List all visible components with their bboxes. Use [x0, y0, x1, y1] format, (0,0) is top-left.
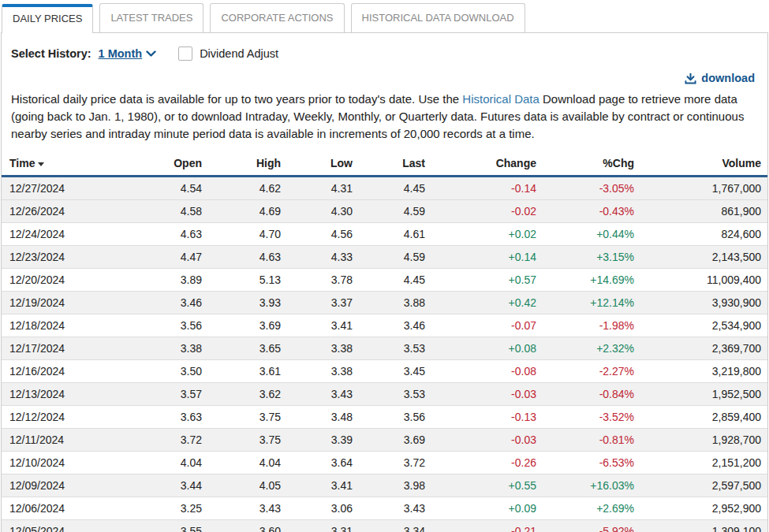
cell-pct-chg: +3.15% [543, 246, 640, 269]
cell-time: 12/23/2024 [2, 246, 136, 269]
column-header-last[interactable]: Last [359, 152, 431, 177]
cell-open: 3.89 [136, 269, 208, 292]
cell-last: 3.72 [359, 452, 431, 474]
cell-volume: 3,219,800 [640, 360, 767, 383]
column-header-chg[interactable]: %Chg [543, 152, 640, 177]
cell-time: 12/16/2024 [2, 360, 136, 383]
cell-pct-chg: -2.27% [543, 360, 640, 383]
cell-pct-chg: -0.84% [543, 383, 640, 406]
column-header-volume[interactable]: Volume [640, 152, 767, 177]
dividend-adjust-checkbox[interactable] [178, 47, 192, 61]
column-header-low[interactable]: Low [287, 152, 359, 177]
table-row: 12/18/20243.563.693.413.46-0.07-1.98%2,5… [2, 314, 767, 337]
tab-latest-trades[interactable]: LATEST TRADES [99, 3, 203, 32]
download-row: download [2, 61, 767, 84]
cell-last: 4.61 [359, 223, 431, 246]
cell-time: 12/19/2024 [2, 292, 136, 314]
table-row: 12/20/20243.895.133.784.45+0.57+14.69%11… [2, 269, 767, 292]
cell-change: -0.03 [431, 383, 543, 406]
tab-bar: DAILY PRICESLATEST TRADESCORPORATE ACTIO… [0, 0, 769, 32]
history-period-value: 1 Month [99, 47, 143, 60]
cell-change: -0.14 [431, 177, 543, 200]
history-period-dropdown[interactable]: 1 Month [99, 47, 157, 60]
cell-open: 3.56 [136, 314, 208, 337]
cell-change: -0.13 [431, 406, 543, 429]
cell-high: 3.61 [208, 360, 287, 383]
cell-high: 3.75 [208, 406, 287, 429]
cell-last: 3.53 [359, 337, 431, 360]
cell-volume: 1,952,500 [640, 383, 767, 406]
cell-open: 3.50 [136, 360, 208, 383]
column-header-high[interactable]: High [208, 152, 287, 177]
cell-change: +0.55 [431, 474, 543, 497]
cell-open: 4.54 [136, 177, 208, 200]
cell-open: 4.04 [136, 452, 208, 474]
cell-last: 3.88 [359, 292, 431, 314]
cell-change: -0.07 [431, 314, 543, 337]
cell-last: 4.59 [359, 200, 431, 223]
historical-data-link[interactable]: Historical Data [462, 92, 539, 106]
select-history-label: Select History: [11, 47, 91, 60]
cell-pct-chg: +12.14% [543, 292, 640, 314]
cell-open: 3.46 [136, 292, 208, 314]
sort-desc-icon [38, 162, 44, 166]
cell-pct-chg: +0.44% [543, 223, 640, 246]
table-header-row: TimeOpenHighLowLastChange%ChgVolume [2, 152, 767, 177]
cell-last: 3.43 [359, 497, 431, 520]
download-icon [685, 73, 696, 84]
cell-low: 3.64 [287, 452, 359, 474]
download-link[interactable]: download [685, 72, 755, 84]
tab-historical-data-download[interactable]: HISTORICAL DATA DOWNLOAD [351, 3, 525, 32]
tab-daily-prices[interactable]: DAILY PRICES [2, 4, 93, 33]
cell-pct-chg: -6.53% [543, 452, 640, 474]
cell-time: 12/06/2024 [2, 497, 136, 520]
column-header-change[interactable]: Change [431, 152, 543, 177]
cell-volume: 2,143,500 [640, 246, 767, 269]
cell-low: 4.33 [287, 246, 359, 269]
cell-time: 12/17/2024 [2, 337, 136, 360]
cell-low: 4.30 [287, 200, 359, 223]
cell-volume: 3,930,900 [640, 292, 767, 314]
cell-last: 3.53 [359, 383, 431, 406]
history-controls: Select History: 1 Month Dividend Adjust [2, 33, 767, 61]
cell-low: 3.39 [287, 429, 359, 452]
cell-time: 12/27/2024 [2, 177, 136, 200]
dividend-adjust-label: Dividend Adjust [200, 47, 278, 60]
cell-low: 3.31 [287, 520, 359, 532]
cell-pct-chg: +14.69% [543, 269, 640, 292]
cell-volume: 2,369,700 [640, 337, 767, 360]
cell-high: 3.69 [208, 314, 287, 337]
table-row: 12/27/20244.544.624.314.45-0.14-3.05%1,7… [2, 177, 767, 200]
cell-time: 12/24/2024 [2, 223, 136, 246]
cell-last: 3.45 [359, 360, 431, 383]
cell-volume: 1,928,700 [640, 429, 767, 452]
cell-high: 4.69 [208, 200, 287, 223]
column-header-open[interactable]: Open [136, 152, 208, 177]
cell-low: 3.38 [287, 337, 359, 360]
cell-last: 4.45 [359, 269, 431, 292]
cell-high: 3.62 [208, 383, 287, 406]
cell-volume: 2,597,500 [640, 474, 767, 497]
cell-high: 3.65 [208, 337, 287, 360]
cell-high: 4.62 [208, 177, 287, 200]
cell-pct-chg: -5.92% [543, 520, 640, 532]
cell-time: 12/20/2024 [2, 269, 136, 292]
cell-low: 3.41 [287, 314, 359, 337]
table-row: 12/05/20243.553.603.313.34-0.21-5.92%1,3… [2, 520, 767, 532]
cell-change: +0.14 [431, 246, 543, 269]
table-row: 12/10/20244.044.043.643.72-0.26-6.53%2,1… [2, 452, 767, 474]
cell-time: 12/13/2024 [2, 383, 136, 406]
cell-open: 4.58 [136, 200, 208, 223]
cell-time: 12/10/2024 [2, 452, 136, 474]
cell-volume: 11,009,400 [640, 269, 767, 292]
cell-high: 5.13 [208, 269, 287, 292]
cell-volume: 2,151,200 [640, 452, 767, 474]
table-row: 12/24/20244.634.704.564.61+0.02+0.44%824… [2, 223, 767, 246]
cell-pct-chg: -0.43% [543, 200, 640, 223]
column-header-time[interactable]: Time [2, 152, 136, 177]
tab-corporate-actions[interactable]: CORPORATE ACTIONS [210, 3, 344, 32]
cell-high: 3.60 [208, 520, 287, 532]
cell-low: 4.31 [287, 177, 359, 200]
cell-pct-chg: +2.32% [543, 337, 640, 360]
cell-time: 12/11/2024 [2, 429, 136, 452]
